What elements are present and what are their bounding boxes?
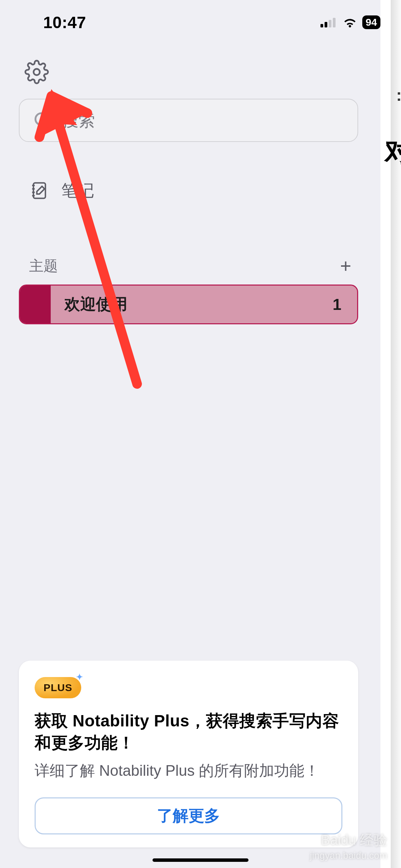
nav-notes-label: 笔记 (61, 180, 94, 202)
svg-point-0 (34, 69, 40, 75)
promo-cta-button[interactable]: 了解更多 (35, 797, 342, 834)
plus-badge: PLUS (35, 677, 81, 698)
cellular-icon (320, 17, 338, 27)
panel-divider-shadow (391, 0, 401, 868)
status-time: 10:47 (21, 13, 86, 32)
status-icons: 94 (320, 15, 380, 29)
promo-cta-label: 了解更多 (157, 805, 220, 827)
promo-title: 获取 Notability Plus，获得搜索手写内容和更多功能！ (35, 710, 342, 755)
subject-row-welcome[interactable]: 欢迎使用 1 (19, 285, 358, 324)
settings-button[interactable] (24, 59, 50, 85)
subject-name: 欢迎使用 (51, 294, 332, 315)
home-indicator (153, 858, 248, 862)
notes-icon (29, 180, 50, 201)
watermark: Baidu 经验 jingyan.baidu.com (310, 831, 387, 861)
gear-icon (24, 60, 49, 84)
watermark-brand: Baidu 经验 (321, 831, 387, 849)
subject-count: 1 (332, 295, 357, 314)
subjects-header: 主题 (29, 256, 58, 276)
status-bar: 10:47 94 (0, 0, 401, 38)
promo-subtitle: 详细了解 Notability Plus 的所有附加功能！ (35, 760, 342, 782)
svg-line-2 (46, 123, 50, 128)
wifi-icon (342, 17, 357, 28)
search-field[interactable] (19, 99, 358, 142)
watermark-sub: jingyan.baidu.com (310, 850, 387, 861)
search-icon (33, 110, 52, 130)
search-input[interactable] (62, 111, 344, 130)
battery-indicator: 94 (362, 15, 380, 29)
promo-card: PLUS 获取 Notability Plus，获得搜索手写内容和更多功能！ 详… (19, 661, 358, 847)
subject-color-stripe (20, 286, 51, 323)
plus-badge-text: PLUS (44, 682, 72, 694)
svg-point-1 (35, 113, 47, 125)
add-subject-button[interactable]: + (340, 256, 351, 276)
battery-percent: 94 (366, 16, 377, 28)
plus-icon: + (340, 255, 351, 277)
nav-notes[interactable]: 笔记 (19, 142, 358, 202)
